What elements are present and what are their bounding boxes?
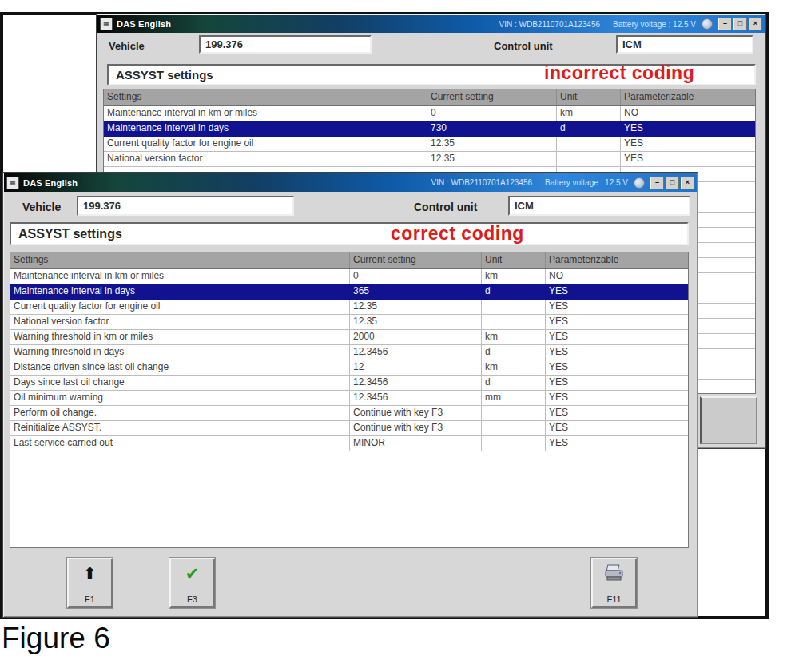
das-window-correct: ▦ DAS English VIN : WDB2110701A123456 Ba… [2, 172, 698, 618]
table-cell [557, 152, 621, 167]
vehicle-label: Vehicle [109, 40, 145, 52]
table-cell: YES [546, 330, 688, 345]
settings-table: SettingsCurrent settingUnitParameterizab… [10, 252, 689, 548]
table-row[interactable]: Maintenance interval in km or miles0kmNO [104, 106, 755, 121]
printer-icon [604, 564, 625, 586]
table-row[interactable]: Current quality factor for engine oil12.… [104, 137, 755, 152]
table-cell: d [482, 376, 546, 391]
close-button[interactable]: × [681, 177, 694, 189]
table-cell: Maintenance interval in days [10, 284, 350, 300]
window-title: DAS English [23, 178, 78, 188]
close-button[interactable]: × [749, 18, 762, 30]
table-row[interactable]: Current quality factor for engine oil12.… [10, 300, 688, 315]
vehicle-field[interactable] [77, 196, 294, 216]
figure-caption: Figure 6 [2, 622, 110, 655]
table-cell: mm [482, 391, 546, 406]
table-row[interactable]: Warning threshold in km or miles2000kmYE… [10, 330, 688, 345]
table-cell: 2000 [350, 330, 482, 345]
table-cell: YES [546, 436, 688, 451]
table-cell: Current quality factor for engine oil [10, 300, 350, 315]
annotation-correct-coding: correct coding [391, 223, 524, 245]
column-header: Parameterizable [621, 89, 755, 105]
table-row[interactable]: Warning threshold in days12.3456dYES [10, 345, 688, 360]
table-cell: km [482, 360, 546, 376]
control-unit-field[interactable] [508, 196, 690, 216]
title-bar[interactable]: ▦ DAS English VIN : WDB2110701A123456 Ba… [4, 173, 697, 192]
table-cell: NO [546, 269, 688, 284]
column-header: Settings [104, 89, 427, 105]
table-cell: 12.35 [427, 152, 557, 167]
table-cell: NO [621, 106, 755, 121]
table-cell: 12.3456 [350, 376, 482, 391]
table-cell: YES [546, 345, 688, 360]
globe-icon [634, 177, 645, 189]
column-header: Unit [482, 252, 546, 268]
section-title: ASSYST settings [116, 68, 213, 82]
table-cell: d [557, 121, 621, 137]
table-cell: Last service carried out [10, 436, 350, 451]
control-unit-field[interactable] [616, 35, 753, 54]
table-row[interactable]: National version factor12.35YES [10, 315, 688, 330]
table-cell [482, 436, 546, 451]
minimize-button[interactable]: – [718, 18, 732, 30]
table-header-row: SettingsCurrent settingUnitParameterizab… [10, 252, 688, 269]
f1-back-button[interactable]: ⬆ F1 [67, 558, 113, 608]
column-header: Current setting [427, 89, 557, 105]
table-row[interactable]: Maintenance interval in days730dYES [104, 121, 755, 137]
table-row[interactable]: Distance driven since last oil change12k… [10, 360, 688, 376]
fkey-label: F1 [85, 594, 95, 604]
das-app-icon: ▦ [100, 18, 113, 30]
table-cell: 12.3456 [350, 391, 482, 406]
partial-button[interactable] [700, 396, 757, 444]
table-cell: Maintenance interval in days [104, 121, 427, 137]
column-header: Unit [557, 89, 621, 105]
vehicle-label: Vehicle [22, 201, 61, 213]
table-cell: Warning threshold in km or miles [10, 330, 350, 345]
maximize-button[interactable]: □ [733, 18, 747, 30]
table-row[interactable]: Perform oil change.Continue with key F3Y… [10, 406, 688, 421]
table-cell: Oil minimum warning [10, 391, 350, 406]
table-cell [482, 315, 546, 330]
table-cell: YES [546, 391, 688, 406]
fkey-label: F3 [187, 594, 197, 604]
table-cell [482, 300, 546, 315]
table-cell: d [482, 345, 546, 360]
table-cell: 0 [350, 269, 482, 284]
table-cell: Perform oil change. [10, 406, 350, 421]
table-cell: Warning threshold in days [10, 345, 350, 360]
maximize-button[interactable]: □ [666, 177, 679, 189]
table-row[interactable]: Last service carried outMINORYES [10, 436, 688, 451]
minimize-button[interactable]: – [650, 177, 664, 189]
table-cell: MINOR [350, 436, 482, 451]
column-header: Settings [10, 252, 350, 268]
column-header: Current setting [350, 252, 482, 268]
battery-voltage-readout: Battery voltage : 12.5 V [613, 20, 696, 29]
table-cell: YES [546, 406, 688, 421]
table-cell: Maintenance interval in km or miles [104, 106, 427, 121]
up-arrow-icon: ⬆ [83, 564, 97, 583]
table-row[interactable]: National version factor12.35YES [104, 152, 755, 167]
f11-print-button[interactable]: F11 [591, 558, 637, 608]
globe-icon [702, 18, 713, 30]
table-cell [482, 421, 546, 436]
table-row[interactable]: Maintenance interval in km or miles0kmNO [10, 269, 688, 284]
table-header-row: SettingsCurrent settingUnitParameterizab… [104, 89, 755, 106]
vin-readout: VIN : WDB2110701A123456 [431, 178, 532, 187]
table-cell: Continue with key F3 [350, 406, 482, 421]
f3-confirm-button[interactable]: ✔ F3 [169, 558, 215, 608]
table-cell: National version factor [104, 152, 427, 167]
table-row[interactable]: Oil minimum warning12.3456mmYES [10, 391, 688, 406]
table-cell: YES [621, 152, 755, 167]
table-row[interactable]: Maintenance interval in days365dYES [10, 284, 688, 300]
vehicle-field[interactable] [199, 35, 372, 54]
battery-voltage-readout: Battery voltage : 12.5 V [545, 178, 628, 187]
table-cell: km [482, 330, 546, 345]
table-row[interactable]: Reinitialize ASSYST.Continue with key F3… [10, 421, 688, 436]
table-cell: 12.35 [427, 137, 557, 152]
table-cell [482, 406, 546, 421]
table-cell: km [557, 106, 621, 121]
column-header: Parameterizable [546, 252, 688, 268]
table-row[interactable]: Days since last oil change12.3456dYES [10, 376, 688, 391]
check-icon: ✔ [185, 564, 200, 583]
title-bar[interactable]: ▦ DAS English VIN : WDB2110701A123456 Ba… [97, 15, 765, 33]
